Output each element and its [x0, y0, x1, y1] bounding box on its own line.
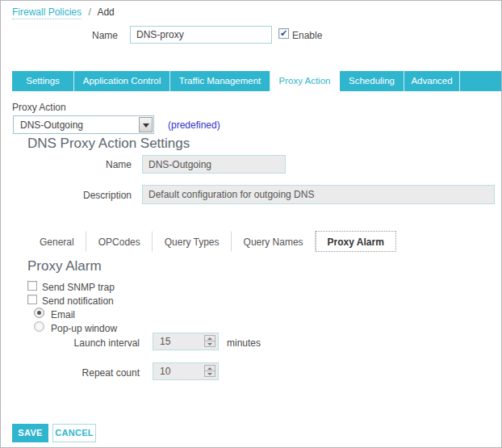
spinner-down-icon [207, 343, 212, 345]
send-notification-label: Send notification [42, 295, 114, 307]
tab-traffic-management[interactable]: Traffic Management [170, 71, 270, 91]
email-radio[interactable] [34, 308, 44, 318]
chevron-down-icon [143, 124, 149, 128]
proxy-action-dropdown[interactable]: DNS-Outgoing [13, 115, 154, 134]
policy-tab-bar: Settings Application Control Traffic Man… [12, 71, 501, 91]
description-input[interactable] [142, 185, 495, 204]
firewall-policy-add-page: Firewall Policies / Add Name ✔ Enable Se… [0, 0, 502, 448]
subtab-proxy-alarm[interactable]: Proxy Alarm [316, 231, 396, 252]
tab-settings[interactable]: Settings [12, 71, 74, 91]
action-name-input[interactable] [142, 155, 286, 174]
repeat-count-spin-buttons [204, 365, 215, 378]
launch-interval-spin-buttons [204, 335, 215, 348]
spinner-down-icon [207, 373, 212, 375]
breadcrumb-firewall-policies-link[interactable]: Firewall Policies [12, 6, 82, 19]
send-notification-checkbox[interactable] [27, 295, 37, 304]
send-snmp-trap-label: Send SNMP trap [42, 282, 115, 293]
spinner-down-button[interactable] [204, 341, 215, 347]
dropdown-button[interactable] [139, 117, 153, 132]
radio-dot-icon [37, 311, 41, 315]
launch-interval-stepper [153, 333, 219, 350]
breadcrumb-current: Add [97, 6, 114, 18]
tab-proxy-action[interactable]: Proxy Action [270, 71, 340, 91]
subtab-opcodes[interactable]: OPCodes [86, 231, 153, 252]
cancel-button[interactable]: CANCEL [52, 424, 96, 442]
policy-name-input[interactable] [130, 26, 272, 44]
repeat-count-label: Repeat count [59, 367, 140, 379]
email-label: Email [51, 309, 75, 320]
popup-window-label: Pop-up window [51, 323, 117, 334]
spinner-up-icon [207, 367, 212, 370]
subtab-general[interactable]: General [27, 231, 86, 252]
proxy-alarm-heading: Proxy Alarm [27, 258, 102, 274]
tab-scheduling[interactable]: Scheduling [340, 71, 404, 91]
save-button[interactable]: SAVE [12, 424, 48, 442]
tab-bar-filler [460, 71, 501, 91]
subtab-query-types[interactable]: Query Types [153, 231, 232, 252]
proxy-action-subtab-bar: General OPCodes Query Types Query Names … [27, 231, 396, 252]
enable-checkbox[interactable]: ✔ [278, 28, 289, 39]
proxy-action-selected-value: DNS-Outgoing [20, 119, 83, 131]
proxy-action-label: Proxy Action [12, 102, 66, 113]
action-name-label: Name [65, 159, 132, 170]
check-icon: ✔ [280, 28, 287, 38]
policy-name-label: Name [49, 30, 118, 41]
breadcrumb-separator: / [88, 6, 90, 18]
launch-interval-label: Launch interval [59, 337, 140, 349]
enable-label: Enable [292, 30, 322, 41]
tab-advanced[interactable]: Advanced [404, 71, 460, 91]
spinner-down-button[interactable] [204, 371, 215, 377]
launch-interval-unit: minutes [227, 337, 261, 349]
dns-proxy-action-settings-heading: DNS Proxy Action Settings [27, 136, 190, 152]
send-snmp-trap-checkbox[interactable] [27, 281, 37, 291]
repeat-count-stepper [153, 362, 219, 380]
tab-application-control[interactable]: Application Control [74, 71, 170, 91]
predefined-note: (predefined) [168, 119, 220, 131]
description-label: Description [65, 190, 132, 201]
popup-window-radio[interactable] [34, 321, 44, 332]
spinner-up-icon [207, 337, 212, 340]
breadcrumb: Firewall Policies / Add [12, 6, 115, 18]
subtab-query-names[interactable]: Query Names [232, 231, 316, 252]
